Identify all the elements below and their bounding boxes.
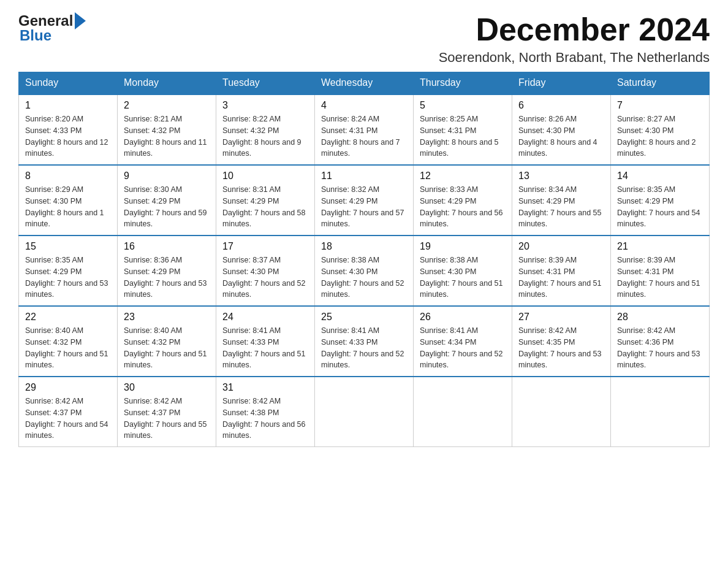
- calendar-cell: 23 Sunrise: 8:40 AM Sunset: 4:32 PM Dayl…: [118, 306, 216, 377]
- day-info: Sunrise: 8:38 AM Sunset: 4:30 PM Dayligh…: [321, 255, 407, 301]
- day-info: Sunrise: 8:30 AM Sunset: 4:29 PM Dayligh…: [124, 184, 210, 230]
- calendar-week-4: 22 Sunrise: 8:40 AM Sunset: 4:32 PM Dayl…: [19, 306, 710, 377]
- day-info: Sunrise: 8:40 AM Sunset: 4:32 PM Dayligh…: [124, 325, 210, 371]
- month-title: December 2024: [439, 12, 710, 47]
- calendar-cell: 1 Sunrise: 8:20 AM Sunset: 4:33 PM Dayli…: [19, 94, 118, 166]
- day-number: 24: [222, 312, 308, 323]
- calendar-cell: 31 Sunrise: 8:42 AM Sunset: 4:38 PM Dayl…: [216, 377, 315, 447]
- header-wednesday: Wednesday: [315, 72, 414, 94]
- day-number: 31: [222, 382, 308, 393]
- day-number: 13: [518, 170, 604, 182]
- day-info: Sunrise: 8:22 AM Sunset: 4:32 PM Dayligh…: [222, 113, 308, 159]
- calendar-cell: 27 Sunrise: 8:42 AM Sunset: 4:35 PM Dayl…: [512, 306, 611, 377]
- calendar-cell: 16 Sunrise: 8:36 AM Sunset: 4:29 PM Dayl…: [118, 236, 216, 306]
- day-number: 4: [321, 100, 407, 111]
- calendar-cell: 2 Sunrise: 8:21 AM Sunset: 4:32 PM Dayli…: [118, 94, 216, 166]
- day-number: 15: [25, 241, 111, 252]
- calendar-cell: [611, 377, 710, 447]
- calendar-cell: 29 Sunrise: 8:42 AM Sunset: 4:37 PM Dayl…: [19, 377, 118, 447]
- day-info: Sunrise: 8:34 AM Sunset: 4:29 PM Dayligh…: [518, 184, 604, 230]
- calendar-cell: 17 Sunrise: 8:37 AM Sunset: 4:30 PM Dayl…: [216, 236, 315, 306]
- day-number: 6: [518, 100, 604, 111]
- day-number: 21: [617, 241, 703, 252]
- calendar-cell: 30 Sunrise: 8:42 AM Sunset: 4:37 PM Dayl…: [118, 377, 216, 447]
- calendar-cell: 25 Sunrise: 8:41 AM Sunset: 4:33 PM Dayl…: [315, 306, 414, 377]
- calendar-cell: 8 Sunrise: 8:29 AM Sunset: 4:30 PM Dayli…: [19, 165, 118, 236]
- calendar-cell: 20 Sunrise: 8:39 AM Sunset: 4:31 PM Dayl…: [512, 236, 611, 306]
- header-friday: Friday: [512, 72, 611, 94]
- header-sunday: Sunday: [19, 72, 118, 94]
- day-number: 9: [124, 170, 210, 182]
- day-number: 2: [124, 100, 210, 111]
- day-info: Sunrise: 8:35 AM Sunset: 4:29 PM Dayligh…: [617, 184, 703, 230]
- calendar-week-1: 1 Sunrise: 8:20 AM Sunset: 4:33 PM Dayli…: [19, 94, 710, 166]
- day-info: Sunrise: 8:32 AM Sunset: 4:29 PM Dayligh…: [321, 184, 407, 230]
- calendar-cell: 14 Sunrise: 8:35 AM Sunset: 4:29 PM Dayl…: [611, 165, 710, 236]
- calendar-cell: 22 Sunrise: 8:40 AM Sunset: 4:32 PM Dayl…: [19, 306, 118, 377]
- day-number: 1: [25, 100, 111, 111]
- day-number: 11: [321, 170, 407, 182]
- day-number: 25: [321, 312, 407, 323]
- calendar-cell: 26 Sunrise: 8:41 AM Sunset: 4:34 PM Dayl…: [414, 306, 512, 377]
- calendar-cell: 7 Sunrise: 8:27 AM Sunset: 4:30 PM Dayli…: [611, 94, 710, 166]
- day-number: 20: [518, 241, 604, 252]
- day-info: Sunrise: 8:20 AM Sunset: 4:33 PM Dayligh…: [25, 113, 111, 159]
- day-info: Sunrise: 8:41 AM Sunset: 4:33 PM Dayligh…: [222, 325, 308, 371]
- day-number: 3: [222, 100, 308, 111]
- day-info: Sunrise: 8:38 AM Sunset: 4:30 PM Dayligh…: [420, 255, 506, 301]
- day-info: Sunrise: 8:42 AM Sunset: 4:37 PM Dayligh…: [124, 396, 210, 442]
- day-number: 10: [222, 170, 308, 182]
- day-info: Sunrise: 8:36 AM Sunset: 4:29 PM Dayligh…: [124, 255, 210, 301]
- day-info: Sunrise: 8:35 AM Sunset: 4:29 PM Dayligh…: [25, 255, 111, 301]
- day-number: 5: [420, 100, 506, 111]
- calendar-cell: [315, 377, 414, 447]
- calendar-cell: 12 Sunrise: 8:33 AM Sunset: 4:29 PM Dayl…: [414, 165, 512, 236]
- calendar-cell: 3 Sunrise: 8:22 AM Sunset: 4:32 PM Dayli…: [216, 94, 315, 166]
- day-number: 18: [321, 241, 407, 252]
- day-number: 12: [420, 170, 506, 182]
- calendar-cell: 6 Sunrise: 8:26 AM Sunset: 4:30 PM Dayli…: [512, 94, 611, 166]
- calendar-cell: 21 Sunrise: 8:39 AM Sunset: 4:31 PM Dayl…: [611, 236, 710, 306]
- calendar-cell: [414, 377, 512, 447]
- title-area: December 2024 Soerendonk, North Brabant,…: [439, 12, 710, 66]
- calendar-table: Sunday Monday Tuesday Wednesday Thursday…: [18, 72, 710, 447]
- day-info: Sunrise: 8:42 AM Sunset: 4:36 PM Dayligh…: [617, 325, 703, 371]
- calendar-week-5: 29 Sunrise: 8:42 AM Sunset: 4:37 PM Dayl…: [19, 377, 710, 447]
- day-number: 27: [518, 312, 604, 323]
- calendar-cell: 10 Sunrise: 8:31 AM Sunset: 4:29 PM Dayl…: [216, 165, 315, 236]
- day-number: 19: [420, 241, 506, 252]
- day-number: 8: [25, 170, 111, 182]
- day-number: 30: [124, 382, 210, 393]
- calendar-cell: 28 Sunrise: 8:42 AM Sunset: 4:36 PM Dayl…: [611, 306, 710, 377]
- day-info: Sunrise: 8:31 AM Sunset: 4:29 PM Dayligh…: [222, 184, 308, 230]
- day-number: 17: [222, 241, 308, 252]
- page-header: General Blue December 2024 Soerendonk, N…: [18, 12, 710, 66]
- calendar-cell: 15 Sunrise: 8:35 AM Sunset: 4:29 PM Dayl…: [19, 236, 118, 306]
- day-info: Sunrise: 8:39 AM Sunset: 4:31 PM Dayligh…: [617, 255, 703, 301]
- calendar-cell: 5 Sunrise: 8:25 AM Sunset: 4:31 PM Dayli…: [414, 94, 512, 166]
- day-info: Sunrise: 8:42 AM Sunset: 4:37 PM Dayligh…: [25, 396, 111, 442]
- day-number: 26: [420, 312, 506, 323]
- calendar-cell: 19 Sunrise: 8:38 AM Sunset: 4:30 PM Dayl…: [414, 236, 512, 306]
- day-info: Sunrise: 8:21 AM Sunset: 4:32 PM Dayligh…: [124, 113, 210, 159]
- day-number: 7: [617, 100, 703, 111]
- day-info: Sunrise: 8:25 AM Sunset: 4:31 PM Dayligh…: [420, 113, 506, 159]
- day-info: Sunrise: 8:26 AM Sunset: 4:30 PM Dayligh…: [518, 113, 604, 159]
- day-info: Sunrise: 8:24 AM Sunset: 4:31 PM Dayligh…: [321, 113, 407, 159]
- header-thursday: Thursday: [414, 72, 512, 94]
- day-info: Sunrise: 8:39 AM Sunset: 4:31 PM Dayligh…: [518, 255, 604, 301]
- logo: General Blue: [18, 12, 86, 44]
- calendar-cell: 13 Sunrise: 8:34 AM Sunset: 4:29 PM Dayl…: [512, 165, 611, 236]
- day-number: 28: [617, 312, 703, 323]
- day-number: 23: [124, 312, 210, 323]
- day-info: Sunrise: 8:33 AM Sunset: 4:29 PM Dayligh…: [420, 184, 506, 230]
- day-info: Sunrise: 8:41 AM Sunset: 4:33 PM Dayligh…: [321, 325, 407, 371]
- day-info: Sunrise: 8:42 AM Sunset: 4:35 PM Dayligh…: [518, 325, 604, 371]
- day-info: Sunrise: 8:37 AM Sunset: 4:30 PM Dayligh…: [222, 255, 308, 301]
- day-number: 22: [25, 312, 111, 323]
- logo-triangle-icon: [75, 12, 86, 29]
- calendar-week-3: 15 Sunrise: 8:35 AM Sunset: 4:29 PM Dayl…: [19, 236, 710, 306]
- header-saturday: Saturday: [611, 72, 710, 94]
- day-info: Sunrise: 8:40 AM Sunset: 4:32 PM Dayligh…: [25, 325, 111, 371]
- day-number: 29: [25, 382, 111, 393]
